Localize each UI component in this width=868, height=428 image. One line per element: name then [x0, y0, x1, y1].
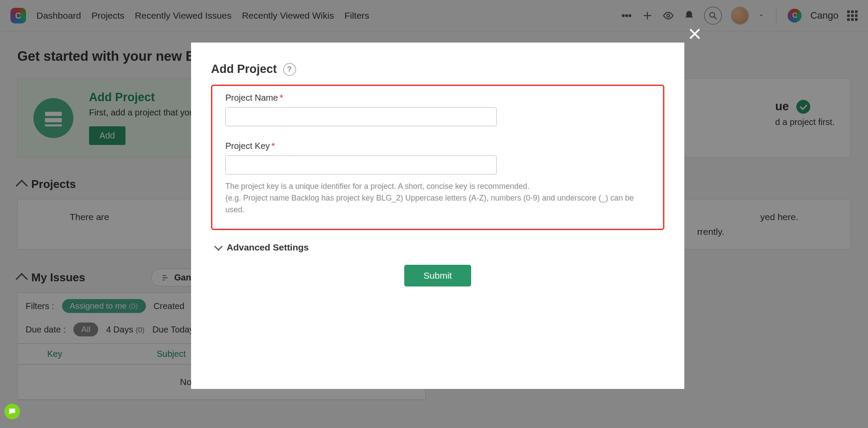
project-key-label: Project Key* — [225, 141, 650, 151]
help-icon[interactable]: ? — [283, 63, 296, 76]
highlighted-fields: Project Name* Project Key* The project k… — [211, 85, 664, 230]
close-icon[interactable] — [688, 27, 702, 43]
project-name-input[interactable] — [225, 107, 497, 126]
advanced-settings-toggle[interactable]: Advanced Settings — [215, 242, 664, 253]
modal-title: Add Project ? — [211, 63, 664, 76]
chevron-down-icon — [214, 242, 223, 251]
submit-button[interactable]: Submit — [404, 265, 471, 286]
project-key-input[interactable] — [225, 155, 497, 174]
chat-icon[interactable] — [4, 404, 20, 419]
project-name-label: Project Name* — [225, 93, 650, 103]
add-project-modal: Add Project ? Project Name* Project Key*… — [191, 43, 684, 389]
project-key-helper: The project key is a unique identifier f… — [225, 181, 650, 216]
